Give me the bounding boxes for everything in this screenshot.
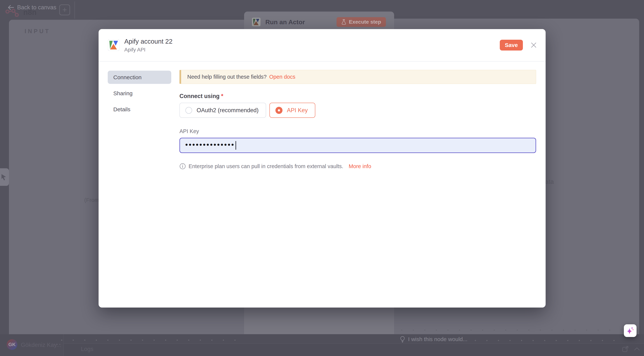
execute-step-button[interactable]: Execute step bbox=[336, 17, 386, 27]
text-caret bbox=[236, 141, 236, 150]
canvas-dot-grid bbox=[56, 339, 242, 341]
option-oauth2[interactable]: OAuth2 (recommended) bbox=[180, 103, 266, 118]
tab-connection[interactable]: Connection bbox=[108, 71, 171, 84]
save-button[interactable]: Save bbox=[500, 40, 523, 50]
tab-sharing[interactable]: Sharing bbox=[108, 87, 171, 100]
connect-using-label: Connect using* bbox=[180, 93, 536, 100]
radio-selected-icon bbox=[276, 107, 282, 114]
avatar[interactable]: GK bbox=[7, 339, 17, 350]
sparkle-icon bbox=[626, 326, 634, 335]
node-title: Run an Actor bbox=[265, 18, 336, 26]
back-to-canvas-label: Back to canvas bbox=[17, 4, 56, 11]
open-docs-link[interactable]: Open docs bbox=[269, 74, 295, 80]
radio-unselected-icon bbox=[186, 107, 192, 114]
info-icon bbox=[180, 163, 186, 170]
credential-name[interactable]: Apify account 22 bbox=[124, 38, 500, 45]
ai-assistant-button[interactable] bbox=[624, 324, 636, 337]
close-icon bbox=[530, 42, 537, 49]
chevron-up-icon[interactable] bbox=[634, 347, 640, 351]
tab-details[interactable]: Details bbox=[108, 103, 171, 116]
docs-banner-text: Need help filling out these fields? bbox=[187, 74, 267, 80]
api-key-label: API Key bbox=[180, 128, 536, 134]
vault-note-text: Enterprise plan users can pull in creden… bbox=[188, 163, 343, 170]
modal-body: Connection Sharing Details Need help fil… bbox=[98, 62, 546, 308]
add-node-button[interactable]: + bbox=[59, 4, 70, 15]
apify-logo bbox=[108, 39, 120, 51]
assistant-prompt-placeholder: I wish this node would... bbox=[408, 336, 468, 342]
canvas-dot-grid bbox=[470, 340, 619, 342]
logs-label: Logs bbox=[81, 346, 93, 352]
output-panel-partial-text: ata bbox=[545, 178, 554, 185]
cursor-icon bbox=[0, 173, 8, 181]
option-oauth2-label: OAuth2 (recommended) bbox=[196, 107, 259, 114]
input-panel-title: INPUT bbox=[24, 28, 50, 35]
api-key-masked-value: •••••••••••••• bbox=[185, 141, 235, 148]
user-menu-button[interactable]: ⋯ bbox=[53, 340, 62, 349]
logs-panel[interactable] bbox=[64, 344, 644, 356]
screen: n8n Back to canvas + INPUT (From Run an … bbox=[0, 0, 644, 356]
modal-header: Apify account 22 Apify API Save bbox=[98, 29, 546, 62]
lightbulb-icon bbox=[400, 336, 406, 342]
option-api-key-label: API Key bbox=[287, 107, 308, 114]
credential-type: Apify API bbox=[124, 47, 500, 53]
credential-modal: Apify account 22 Apify API Save Connecti… bbox=[98, 29, 546, 308]
back-arrow-icon bbox=[8, 5, 14, 10]
back-to-canvas-button[interactable]: Back to canvas bbox=[8, 4, 56, 11]
option-api-key[interactable]: API Key bbox=[270, 103, 315, 118]
more-info-link[interactable]: More info bbox=[349, 163, 371, 170]
vault-note: Enterprise plan users can pull in creden… bbox=[180, 163, 536, 170]
connection-tab-content: Need help filling out these fields? Open… bbox=[180, 62, 546, 308]
input-panel-partial-text: (From bbox=[84, 197, 99, 203]
apify-logo bbox=[252, 18, 260, 26]
close-button[interactable] bbox=[530, 42, 538, 49]
popout-icon[interactable] bbox=[621, 345, 630, 353]
execute-flask-icon bbox=[342, 19, 346, 25]
bottom-divider bbox=[64, 334, 64, 356]
canvas-dot-grid bbox=[396, 329, 622, 331]
assistant-prompt[interactable]: I wish this node would... bbox=[400, 336, 468, 342]
docs-banner: Need help filling out these fields? Open… bbox=[180, 70, 536, 84]
connect-using-options: OAuth2 (recommended) API Key bbox=[180, 103, 536, 118]
api-key-input[interactable]: •••••••••••••• bbox=[180, 138, 536, 153]
required-asterisk: * bbox=[221, 93, 223, 99]
modal-tab-list: Connection Sharing Details bbox=[108, 71, 171, 308]
pointer-tool-button[interactable] bbox=[0, 168, 9, 186]
toolbar-divider bbox=[74, 2, 75, 19]
execute-step-label: Execute step bbox=[349, 19, 381, 25]
